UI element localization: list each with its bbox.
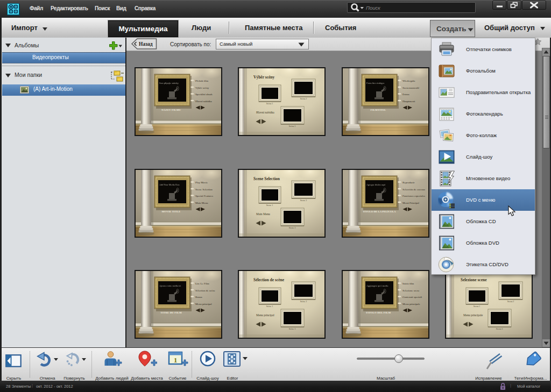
svg-text:Aggiungete qui i media: Aggiungete qui i media — [366, 284, 388, 287]
svg-text:Menu principale: Menu principale — [463, 313, 483, 317]
svg-text:Szenenauswahl: Szenenauswahl — [402, 87, 419, 89]
svg-text:Selezione scene: Selezione scene — [461, 277, 487, 282]
svg-text:TITOLO DEL FILM: TITOLO DEL FILM — [366, 311, 391, 314]
svg-text:Scene 1: Scene 1 — [266, 204, 273, 206]
svg-text:TÍTULO DE LA PELÍCULA: TÍTULO DE LA PELÍCULA — [363, 210, 396, 213]
svg-text:Reproducir: Reproducir — [402, 181, 415, 184]
svg-text:Scene Selection: Scene Selection — [195, 188, 213, 191]
svg-text:Menu principal: Menu principal — [256, 313, 274, 317]
svg-text:Special Features: Special Features — [195, 195, 213, 197]
svg-text:Výběr scény: Výběr scény — [195, 87, 209, 89]
svg-text:NÁZEV FILMU: NÁZEV FILMU — [161, 109, 181, 111]
svg-text:TITRE DU FILM: TITRE DU FILM — [160, 311, 182, 314]
svg-text:Scene 3: Scene 3 — [289, 226, 296, 229]
svg-text:Agregue títulos aquí: Agregue títulos aquí — [366, 183, 386, 186]
svg-text:Scena 3: Scena 3 — [496, 327, 503, 330]
svg-text:Scene 2: Scene 2 — [300, 199, 307, 202]
svg-text:Main Menu: Main Menu — [195, 202, 208, 204]
svg-text:Scène 1: Scène 1 — [266, 305, 273, 308]
svg-text:Menú Principal: Menú Principal — [402, 202, 420, 204]
svg-text:Fotos hier einfügen: Fotos hier einfügen — [366, 82, 385, 84]
svg-text:Selección de escenas: Selección de escenas — [402, 188, 425, 191]
svg-text:FILMTITEL: FILMTITEL — [371, 109, 386, 111]
svg-text:Scene Selection: Scene Selection — [253, 176, 280, 181]
svg-text:Menu principale: Menu principale — [402, 303, 421, 305]
svg-text:Hlavní nabídka: Hlavní nabídka — [195, 100, 212, 103]
svg-text:Scena 1: Scena 1 — [474, 305, 481, 308]
svg-text:Speciální obsah: Speciální obsah — [195, 93, 213, 96]
svg-text:Přehrát film: Přehrát film — [195, 80, 208, 82]
svg-text:Play Movie: Play Movie — [195, 181, 208, 184]
svg-text:Sem připojte snímky: Sem připojte snímky — [159, 82, 179, 84]
svg-text:Inizio film: Inizio film — [402, 282, 414, 285]
svg-text:Назад: Назад — [139, 41, 153, 47]
svg-text:Funciones especiales: Funciones especiales — [402, 195, 425, 197]
svg-text:1: 1 — [174, 356, 178, 364]
svg-text:Hlavní nabídka: Hlavní nabídka — [256, 111, 274, 114]
svg-text:Scéna 1: Scéna 1 — [266, 102, 273, 105]
svg-text:Scena 2: Scena 2 — [507, 300, 514, 303]
svg-text:Sélection de scène: Sélection de scène — [253, 277, 285, 282]
svg-text:Add Your Media Here: Add Your Media Here — [159, 183, 180, 186]
svg-text:Main Menu: Main Menu — [256, 212, 270, 216]
svg-text:Selezione scene: Selezione scene — [402, 289, 420, 292]
svg-text:Extras: Extras — [402, 93, 409, 96]
svg-text:Hauptmenü: Hauptmenü — [402, 100, 415, 103]
svg-text:Scène 2: Scène 2 — [300, 300, 307, 303]
svg-text:Contenuti speciali: Contenuti speciali — [402, 296, 422, 298]
svg-text:Scène 3: Scène 3 — [289, 327, 296, 330]
svg-text:Wiedergabe: Wiedergabe — [402, 80, 416, 82]
svg-text:Lire Le Film: Lire Le Film — [195, 282, 209, 285]
svg-text:Menu principal: Menu principal — [195, 303, 212, 305]
svg-text:Výběr scény: Výběr scény — [253, 75, 274, 80]
svg-text:Sélection de scène: Sélection de scène — [195, 289, 216, 292]
svg-text:Ajoutez votre média ici: Ajoutez votre média ici — [159, 284, 181, 287]
svg-text:Scéna 2: Scéna 2 — [300, 97, 307, 100]
svg-text:MOVIE TITLE: MOVIE TITLE — [162, 210, 181, 213]
svg-text:Bonus: Bonus — [195, 296, 202, 298]
svg-text:Scéna 3: Scéna 3 — [289, 125, 296, 127]
